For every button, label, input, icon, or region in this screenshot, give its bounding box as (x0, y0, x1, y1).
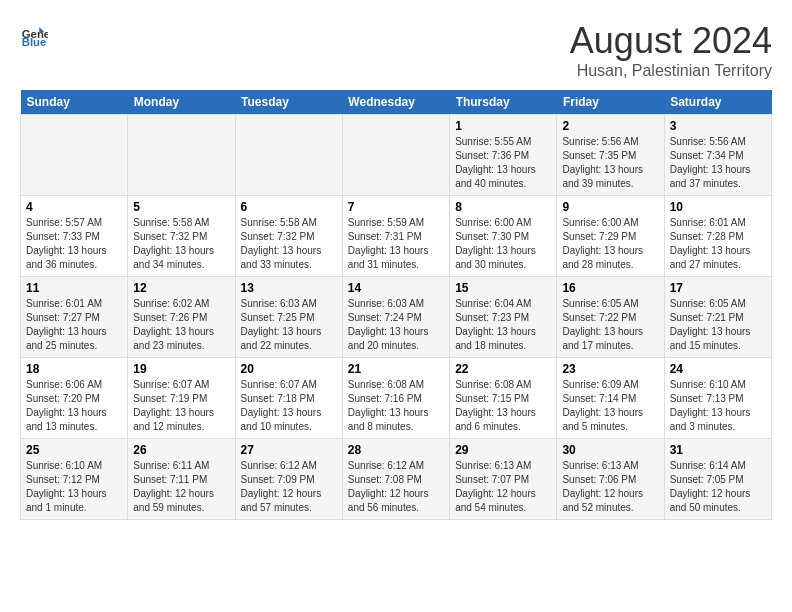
calendar-week-4: 18Sunrise: 6:06 AMSunset: 7:20 PMDayligh… (21, 358, 772, 439)
logo: General Blue (20, 20, 48, 48)
day-number: 17 (670, 281, 766, 295)
day-number: 15 (455, 281, 551, 295)
calendar-week-3: 11Sunrise: 6:01 AMSunset: 7:27 PMDayligh… (21, 277, 772, 358)
day-number: 7 (348, 200, 444, 214)
day-detail: Sunrise: 6:02 AMSunset: 7:26 PMDaylight:… (133, 297, 229, 353)
day-number: 12 (133, 281, 229, 295)
day-number: 16 (562, 281, 658, 295)
day-detail: Sunrise: 6:10 AMSunset: 7:12 PMDaylight:… (26, 459, 122, 515)
calendar-day: 16Sunrise: 6:05 AMSunset: 7:22 PMDayligh… (557, 277, 664, 358)
calendar-day: 5Sunrise: 5:58 AMSunset: 7:32 PMDaylight… (128, 196, 235, 277)
calendar-day: 10Sunrise: 6:01 AMSunset: 7:28 PMDayligh… (664, 196, 771, 277)
day-detail: Sunrise: 6:13 AMSunset: 7:07 PMDaylight:… (455, 459, 551, 515)
calendar-day: 11Sunrise: 6:01 AMSunset: 7:27 PMDayligh… (21, 277, 128, 358)
day-detail: Sunrise: 6:11 AMSunset: 7:11 PMDaylight:… (133, 459, 229, 515)
day-detail: Sunrise: 6:04 AMSunset: 7:23 PMDaylight:… (455, 297, 551, 353)
main-title: August 2024 (570, 20, 772, 62)
day-detail: Sunrise: 5:55 AMSunset: 7:36 PMDaylight:… (455, 135, 551, 191)
calendar-day: 25Sunrise: 6:10 AMSunset: 7:12 PMDayligh… (21, 439, 128, 520)
day-number: 9 (562, 200, 658, 214)
calendar-day: 12Sunrise: 6:02 AMSunset: 7:26 PMDayligh… (128, 277, 235, 358)
day-detail: Sunrise: 6:01 AMSunset: 7:27 PMDaylight:… (26, 297, 122, 353)
page-header: General Blue August 2024 Husan, Palestin… (20, 20, 772, 80)
day-detail: Sunrise: 6:07 AMSunset: 7:18 PMDaylight:… (241, 378, 337, 434)
calendar-day: 23Sunrise: 6:09 AMSunset: 7:14 PMDayligh… (557, 358, 664, 439)
calendar-day: 24Sunrise: 6:10 AMSunset: 7:13 PMDayligh… (664, 358, 771, 439)
day-number: 28 (348, 443, 444, 457)
calendar-day (21, 115, 128, 196)
day-number: 30 (562, 443, 658, 457)
weekday-header-wednesday: Wednesday (342, 90, 449, 115)
calendar-week-1: 1Sunrise: 5:55 AMSunset: 7:36 PMDaylight… (21, 115, 772, 196)
day-number: 27 (241, 443, 337, 457)
calendar-day: 14Sunrise: 6:03 AMSunset: 7:24 PMDayligh… (342, 277, 449, 358)
day-number: 24 (670, 362, 766, 376)
day-detail: Sunrise: 6:14 AMSunset: 7:05 PMDaylight:… (670, 459, 766, 515)
day-detail: Sunrise: 6:13 AMSunset: 7:06 PMDaylight:… (562, 459, 658, 515)
day-detail: Sunrise: 6:08 AMSunset: 7:15 PMDaylight:… (455, 378, 551, 434)
calendar-day: 8Sunrise: 6:00 AMSunset: 7:30 PMDaylight… (450, 196, 557, 277)
calendar-day: 3Sunrise: 5:56 AMSunset: 7:34 PMDaylight… (664, 115, 771, 196)
calendar-day (128, 115, 235, 196)
day-number: 23 (562, 362, 658, 376)
day-number: 21 (348, 362, 444, 376)
weekday-header-sunday: Sunday (21, 90, 128, 115)
calendar-day: 19Sunrise: 6:07 AMSunset: 7:19 PMDayligh… (128, 358, 235, 439)
calendar-day: 30Sunrise: 6:13 AMSunset: 7:06 PMDayligh… (557, 439, 664, 520)
title-block: August 2024 Husan, Palestinian Territory (570, 20, 772, 80)
weekday-header-saturday: Saturday (664, 90, 771, 115)
day-number: 18 (26, 362, 122, 376)
calendar-day: 6Sunrise: 5:58 AMSunset: 7:32 PMDaylight… (235, 196, 342, 277)
day-detail: Sunrise: 5:59 AMSunset: 7:31 PMDaylight:… (348, 216, 444, 272)
svg-text:Blue: Blue (22, 36, 47, 48)
day-number: 22 (455, 362, 551, 376)
day-detail: Sunrise: 5:58 AMSunset: 7:32 PMDaylight:… (133, 216, 229, 272)
day-number: 4 (26, 200, 122, 214)
day-detail: Sunrise: 6:07 AMSunset: 7:19 PMDaylight:… (133, 378, 229, 434)
day-number: 1 (455, 119, 551, 133)
calendar-day: 17Sunrise: 6:05 AMSunset: 7:21 PMDayligh… (664, 277, 771, 358)
day-number: 20 (241, 362, 337, 376)
day-detail: Sunrise: 6:05 AMSunset: 7:22 PMDaylight:… (562, 297, 658, 353)
calendar-day: 27Sunrise: 6:12 AMSunset: 7:09 PMDayligh… (235, 439, 342, 520)
calendar-day: 18Sunrise: 6:06 AMSunset: 7:20 PMDayligh… (21, 358, 128, 439)
calendar-day: 7Sunrise: 5:59 AMSunset: 7:31 PMDaylight… (342, 196, 449, 277)
calendar-day: 21Sunrise: 6:08 AMSunset: 7:16 PMDayligh… (342, 358, 449, 439)
day-number: 11 (26, 281, 122, 295)
day-number: 31 (670, 443, 766, 457)
day-number: 5 (133, 200, 229, 214)
calendar-day: 22Sunrise: 6:08 AMSunset: 7:15 PMDayligh… (450, 358, 557, 439)
day-detail: Sunrise: 6:00 AMSunset: 7:29 PMDaylight:… (562, 216, 658, 272)
day-detail: Sunrise: 6:12 AMSunset: 7:08 PMDaylight:… (348, 459, 444, 515)
day-detail: Sunrise: 5:56 AMSunset: 7:34 PMDaylight:… (670, 135, 766, 191)
weekday-header-monday: Monday (128, 90, 235, 115)
day-detail: Sunrise: 6:03 AMSunset: 7:25 PMDaylight:… (241, 297, 337, 353)
day-detail: Sunrise: 5:58 AMSunset: 7:32 PMDaylight:… (241, 216, 337, 272)
day-detail: Sunrise: 6:05 AMSunset: 7:21 PMDaylight:… (670, 297, 766, 353)
calendar-day: 13Sunrise: 6:03 AMSunset: 7:25 PMDayligh… (235, 277, 342, 358)
calendar-day: 1Sunrise: 5:55 AMSunset: 7:36 PMDaylight… (450, 115, 557, 196)
calendar-day: 15Sunrise: 6:04 AMSunset: 7:23 PMDayligh… (450, 277, 557, 358)
calendar-day: 4Sunrise: 5:57 AMSunset: 7:33 PMDaylight… (21, 196, 128, 277)
weekday-header-friday: Friday (557, 90, 664, 115)
calendar-day: 29Sunrise: 6:13 AMSunset: 7:07 PMDayligh… (450, 439, 557, 520)
day-detail: Sunrise: 6:00 AMSunset: 7:30 PMDaylight:… (455, 216, 551, 272)
day-number: 14 (348, 281, 444, 295)
weekday-header-row: SundayMondayTuesdayWednesdayThursdayFrid… (21, 90, 772, 115)
day-number: 2 (562, 119, 658, 133)
calendar-table: SundayMondayTuesdayWednesdayThursdayFrid… (20, 90, 772, 520)
day-number: 25 (26, 443, 122, 457)
calendar-day: 20Sunrise: 6:07 AMSunset: 7:18 PMDayligh… (235, 358, 342, 439)
day-detail: Sunrise: 6:03 AMSunset: 7:24 PMDaylight:… (348, 297, 444, 353)
calendar-day (235, 115, 342, 196)
day-number: 6 (241, 200, 337, 214)
calendar-week-5: 25Sunrise: 6:10 AMSunset: 7:12 PMDayligh… (21, 439, 772, 520)
calendar-day: 26Sunrise: 6:11 AMSunset: 7:11 PMDayligh… (128, 439, 235, 520)
subtitle: Husan, Palestinian Territory (570, 62, 772, 80)
day-detail: Sunrise: 6:01 AMSunset: 7:28 PMDaylight:… (670, 216, 766, 272)
calendar-day: 31Sunrise: 6:14 AMSunset: 7:05 PMDayligh… (664, 439, 771, 520)
day-detail: Sunrise: 5:56 AMSunset: 7:35 PMDaylight:… (562, 135, 658, 191)
weekday-header-tuesday: Tuesday (235, 90, 342, 115)
calendar-day: 2Sunrise: 5:56 AMSunset: 7:35 PMDaylight… (557, 115, 664, 196)
day-detail: Sunrise: 6:10 AMSunset: 7:13 PMDaylight:… (670, 378, 766, 434)
